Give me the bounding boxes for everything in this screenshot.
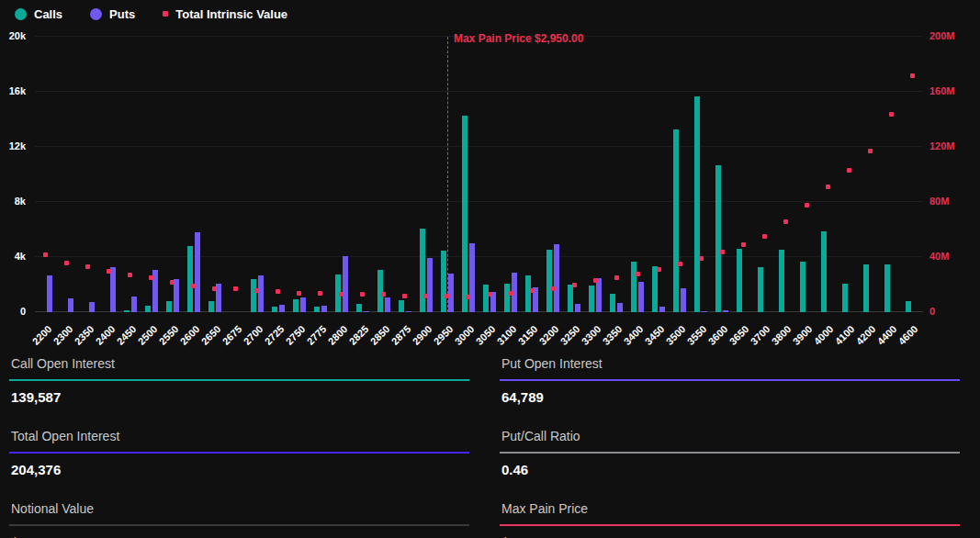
intrinsic-value-dot[interactable]: [509, 291, 513, 296]
put-bar[interactable]: [343, 256, 348, 312]
call-bar[interactable]: [399, 300, 404, 312]
call-bar[interactable]: [208, 301, 214, 312]
put-bar[interactable]: [68, 298, 73, 312]
intrinsic-value-dot[interactable]: [360, 292, 365, 297]
call-bar[interactable]: [589, 286, 594, 312]
put-bar[interactable]: [131, 297, 137, 312]
put-bar[interactable]: [47, 275, 52, 312]
put-bar[interactable]: [258, 275, 264, 313]
call-bar[interactable]: [884, 264, 890, 312]
put-bar[interactable]: [617, 303, 623, 312]
call-bar[interactable]: [314, 307, 320, 312]
intrinsic-value-dot[interactable]: [339, 292, 344, 297]
intrinsic-value-dot[interactable]: [149, 275, 153, 280]
intrinsic-value-dot[interactable]: [678, 262, 682, 266]
put-bar[interactable]: [385, 297, 390, 313]
put-bar[interactable]: [195, 232, 200, 312]
intrinsic-value-dot[interactable]: [488, 292, 492, 297]
intrinsic-value-dot[interactable]: [233, 286, 238, 291]
intrinsic-value-dot[interactable]: [402, 294, 407, 298]
put-bar[interactable]: [659, 307, 665, 312]
intrinsic-value-dot[interactable]: [423, 294, 428, 298]
intrinsic-value-dot[interactable]: [572, 283, 577, 287]
intrinsic-value-dot[interactable]: [783, 219, 788, 224]
put-bar[interactable]: [110, 267, 116, 312]
intrinsic-value-dot[interactable]: [593, 278, 598, 283]
intrinsic-value-dot[interactable]: [64, 261, 69, 265]
intrinsic-value-dot[interactable]: [466, 295, 470, 299]
call-bar[interactable]: [800, 262, 805, 312]
intrinsic-value-dot[interactable]: [889, 112, 894, 117]
call-bar[interactable]: [145, 306, 151, 313]
call-bar[interactable]: [251, 279, 256, 312]
put-bar[interactable]: [364, 311, 369, 313]
call-bar[interactable]: [356, 304, 362, 312]
call-bar[interactable]: [187, 246, 193, 312]
call-bar[interactable]: [546, 250, 552, 312]
legend-item-calls[interactable]: Calls: [15, 7, 62, 21]
put-bar[interactable]: [575, 304, 580, 312]
put-bar[interactable]: [406, 311, 411, 313]
intrinsic-value-dot[interactable]: [85, 264, 90, 269]
intrinsic-value-dot[interactable]: [276, 289, 280, 294]
intrinsic-value-dot[interactable]: [191, 284, 196, 288]
put-bar[interactable]: [554, 244, 559, 312]
call-bar[interactable]: [568, 285, 573, 312]
put-bar[interactable]: [321, 306, 327, 313]
intrinsic-value-dot[interactable]: [910, 73, 915, 78]
call-bar[interactable]: [694, 96, 700, 313]
intrinsic-value-dot[interactable]: [530, 288, 535, 293]
call-bar[interactable]: [420, 229, 425, 312]
call-bar[interactable]: [863, 264, 869, 312]
intrinsic-value-dot[interactable]: [551, 286, 556, 291]
intrinsic-value-dot[interactable]: [762, 234, 767, 239]
intrinsic-value-dot[interactable]: [741, 242, 746, 247]
intrinsic-value-dot[interactable]: [297, 291, 301, 296]
intrinsic-value-dot[interactable]: [657, 267, 661, 272]
call-bar[interactable]: [483, 285, 489, 312]
call-bar[interactable]: [842, 284, 848, 312]
call-bar[interactable]: [821, 231, 827, 312]
intrinsic-value-dot[interactable]: [868, 149, 873, 153]
call-bar[interactable]: [504, 284, 510, 312]
intrinsic-value-dot[interactable]: [720, 250, 725, 254]
call-bar[interactable]: [631, 262, 636, 312]
intrinsic-value-dot[interactable]: [318, 291, 322, 296]
put-bar[interactable]: [427, 258, 433, 312]
call-bar[interactable]: [715, 165, 721, 312]
call-bar[interactable]: [673, 129, 679, 313]
put-bar[interactable]: [469, 243, 475, 312]
put-bar[interactable]: [681, 288, 686, 312]
intrinsic-value-dot[interactable]: [805, 203, 809, 207]
call-bar[interactable]: [124, 310, 130, 312]
legend-item-total-intrinsic-value[interactable]: Total Intrinsic Value: [163, 7, 287, 21]
intrinsic-value-dot[interactable]: [43, 252, 48, 257]
call-bar[interactable]: [652, 266, 658, 312]
call-bar[interactable]: [906, 301, 911, 312]
put-bar[interactable]: [596, 278, 602, 312]
put-bar[interactable]: [723, 310, 728, 312]
legend-item-puts[interactable]: Puts: [90, 7, 135, 21]
intrinsic-value-dot[interactable]: [699, 256, 704, 261]
put-bar[interactable]: [300, 297, 306, 312]
intrinsic-value-dot[interactable]: [614, 275, 619, 280]
intrinsic-value-dot[interactable]: [107, 269, 111, 274]
intrinsic-value-dot[interactable]: [381, 292, 386, 297]
call-bar[interactable]: [462, 116, 467, 313]
put-bar[interactable]: [638, 282, 644, 312]
call-bar[interactable]: [758, 267, 763, 312]
call-bar[interactable]: [737, 249, 742, 312]
put-bar[interactable]: [279, 305, 285, 312]
call-bar[interactable]: [779, 250, 784, 312]
call-bar[interactable]: [525, 275, 531, 312]
intrinsic-value-dot[interactable]: [170, 280, 175, 285]
call-bar[interactable]: [272, 307, 277, 312]
intrinsic-value-dot[interactable]: [128, 273, 132, 277]
call-bar[interactable]: [441, 251, 446, 313]
intrinsic-value-dot[interactable]: [254, 288, 259, 293]
put-bar[interactable]: [89, 302, 95, 312]
call-bar[interactable]: [293, 299, 299, 312]
call-bar[interactable]: [166, 301, 172, 312]
intrinsic-value-dot[interactable]: [847, 168, 851, 173]
call-bar[interactable]: [610, 294, 615, 312]
